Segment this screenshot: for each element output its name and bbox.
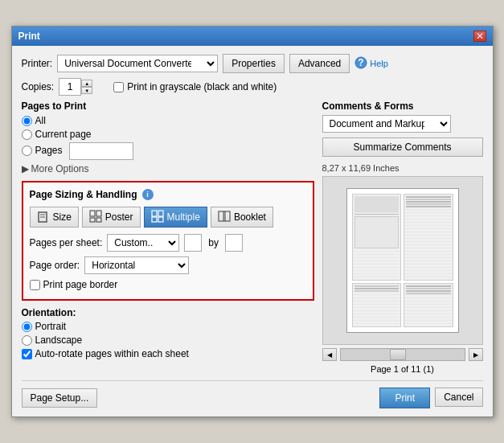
svg-rect-13 bbox=[219, 211, 223, 221]
dialog-content: Printer: Universal Document Converter Pr… bbox=[12, 46, 493, 416]
pages-radio[interactable] bbox=[22, 146, 32, 156]
preview-page-2 bbox=[404, 194, 453, 281]
page-setup-button[interactable]: Page Setup... bbox=[22, 388, 98, 408]
summarize-button[interactable]: Summarize Comments bbox=[322, 137, 483, 157]
orientation-title: Orientation: bbox=[22, 307, 76, 318]
pages-to-print-title: Pages to Print bbox=[22, 100, 314, 112]
svg-rect-9 bbox=[152, 211, 157, 216]
print-border-row: Print page border bbox=[30, 279, 306, 290]
multiple-tab-icon bbox=[151, 210, 164, 225]
svg-rect-5 bbox=[90, 211, 95, 216]
pages-per-sheet-select[interactable]: Custom... bbox=[107, 234, 179, 252]
print-button[interactable]: Print bbox=[379, 388, 430, 408]
size-tab-icon bbox=[37, 210, 50, 225]
scroll-thumb bbox=[390, 349, 406, 360]
cancel-button[interactable]: Cancel bbox=[435, 388, 482, 407]
copies-spinner-buttons: ▲ ▼ bbox=[81, 80, 92, 94]
comments-title: Comments & Forms bbox=[322, 100, 483, 112]
printer-select[interactable]: Universal Document Converter bbox=[57, 55, 218, 72]
close-button[interactable]: ✕ bbox=[473, 31, 486, 42]
copies-row: Copies: 1 ▲ ▼ Print in grayscale (black … bbox=[22, 78, 483, 96]
pages-y-input[interactable]: 2 bbox=[225, 234, 243, 252]
copies-spinner[interactable]: 1 ▲ ▼ bbox=[59, 78, 92, 96]
comments-forms-section: Comments & Forms Document and Markups Su… bbox=[322, 100, 483, 157]
pages-to-print-section: Pages to Print All Current page bbox=[22, 100, 314, 174]
svg-text:?: ? bbox=[359, 57, 364, 68]
preview-page-3 bbox=[352, 283, 402, 327]
pages-x-input[interactable]: 2 bbox=[184, 234, 202, 252]
all-radio-label[interactable]: All bbox=[22, 115, 314, 126]
help-link[interactable]: ? Help bbox=[354, 56, 388, 72]
current-radio-label[interactable]: Current page bbox=[22, 129, 314, 140]
size-tab-button[interactable]: Size bbox=[30, 207, 79, 228]
action-buttons: Print Cancel bbox=[379, 388, 482, 408]
scroll-right-button[interactable]: ▶ bbox=[469, 348, 483, 361]
page-sizing-header: Page Sizing & Handling i bbox=[30, 189, 306, 200]
pages-input[interactable]: 1 - 42 bbox=[69, 142, 133, 160]
poster-tab-icon bbox=[89, 210, 102, 225]
all-radio[interactable] bbox=[22, 116, 32, 126]
scroll-left-button[interactable]: ◀ bbox=[322, 348, 337, 361]
by-label: by bbox=[207, 237, 220, 248]
multiple-tab-button[interactable]: Multiple bbox=[144, 207, 207, 228]
grayscale-row: Print in grayscale (black and white) bbox=[113, 81, 277, 92]
landscape-label[interactable]: Landscape bbox=[22, 334, 314, 346]
right-panel: Comments & Forms Document and Markups Su… bbox=[322, 100, 483, 374]
portrait-row: Portrait bbox=[22, 321, 314, 332]
comments-select[interactable]: Document and Markups bbox=[322, 115, 451, 133]
grayscale-label: Print in grayscale (black and white) bbox=[127, 81, 277, 92]
copies-input[interactable]: 1 bbox=[59, 78, 81, 96]
page-order-label: Page order: bbox=[30, 260, 80, 271]
main-grid: Pages to Print All Current page bbox=[22, 100, 483, 374]
page-sizing-section: Page Sizing & Handling i Size bbox=[22, 181, 314, 301]
page-order-select[interactable]: Horizontal bbox=[84, 256, 189, 274]
portrait-radio[interactable] bbox=[22, 322, 32, 332]
copies-down-button[interactable]: ▼ bbox=[81, 87, 92, 94]
landscape-radio[interactable] bbox=[22, 335, 32, 346]
autorotate-checkbox[interactable] bbox=[22, 349, 32, 359]
print-border-checkbox[interactable] bbox=[30, 280, 40, 290]
print-border-label: Print page border bbox=[43, 279, 118, 290]
page-content-1 bbox=[353, 195, 401, 280]
properties-button[interactable]: Properties bbox=[223, 54, 285, 73]
pages-radio-row: Pages 1 - 42 bbox=[22, 142, 314, 160]
chevron-right-icon: ▶ bbox=[22, 163, 29, 174]
svg-rect-6 bbox=[96, 211, 101, 216]
booklet-tab-button[interactable]: Booklet bbox=[211, 207, 273, 228]
svg-rect-14 bbox=[225, 211, 230, 221]
pages-per-sheet-label: Pages per sheet: bbox=[30, 237, 103, 248]
comments-select-row: Document and Markups bbox=[322, 115, 483, 133]
copies-label: Copies: bbox=[22, 81, 55, 92]
pages-radio-label[interactable]: Pages bbox=[22, 145, 63, 156]
svg-rect-8 bbox=[96, 218, 101, 222]
page-content-3 bbox=[353, 284, 401, 326]
dialog-title: Print bbox=[18, 31, 40, 42]
preview-page-1 bbox=[352, 194, 402, 281]
bottom-row: Page Setup... Print Cancel bbox=[22, 380, 483, 408]
svg-rect-10 bbox=[158, 211, 163, 216]
booklet-tab-icon bbox=[218, 210, 231, 225]
page-content-4 bbox=[404, 284, 453, 326]
current-radio[interactable] bbox=[22, 129, 32, 140]
preview-page-4 bbox=[404, 283, 453, 327]
autorotate-row: Auto-rotate pages within each sheet bbox=[22, 348, 314, 359]
printer-row: Printer: Universal Document Converter Pr… bbox=[22, 54, 483, 73]
copies-up-button[interactable]: ▲ bbox=[81, 80, 92, 87]
page-content-2 bbox=[404, 195, 453, 280]
grayscale-checkbox[interactable] bbox=[113, 82, 124, 92]
autorotate-label: Auto-rotate pages within each sheet bbox=[35, 348, 189, 359]
page-info: Page 1 of 11 (1) bbox=[322, 364, 483, 374]
svg-rect-11 bbox=[152, 217, 157, 222]
all-radio-row: All bbox=[22, 115, 314, 126]
preview-area bbox=[322, 176, 483, 345]
page-order-row: Page order: Horizontal bbox=[30, 256, 306, 274]
scroll-track[interactable] bbox=[340, 348, 465, 361]
advanced-button[interactable]: Advanced bbox=[289, 54, 350, 73]
title-bar: Print ✕ bbox=[12, 27, 493, 46]
print-dialog: Print ✕ Printer: Universal Document Conv… bbox=[11, 26, 494, 417]
portrait-label[interactable]: Portrait bbox=[22, 321, 314, 332]
more-options-toggle[interactable]: ▶ More Options bbox=[22, 163, 314, 174]
left-panel: Pages to Print All Current page bbox=[22, 100, 314, 374]
poster-tab-button[interactable]: Poster bbox=[82, 207, 141, 228]
pages-per-sheet-row: Pages per sheet: Custom... 2 by 2 bbox=[30, 234, 306, 252]
